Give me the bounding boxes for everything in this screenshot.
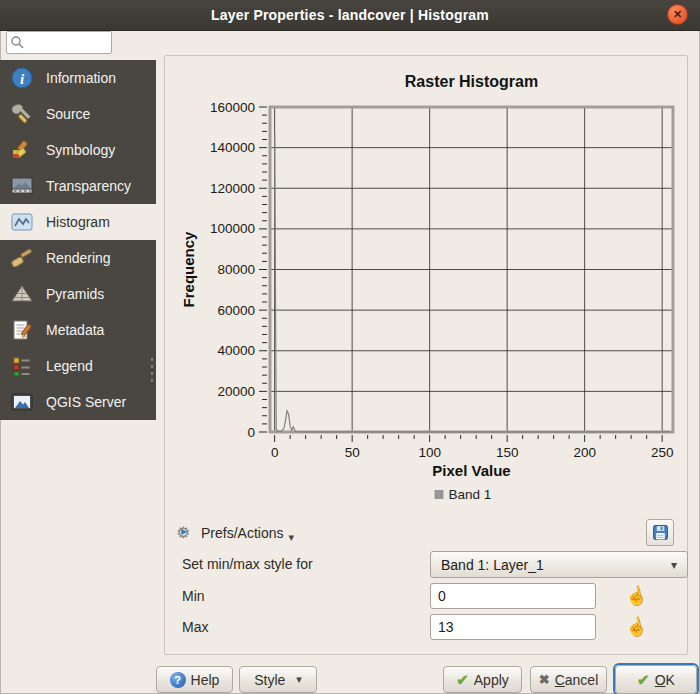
close-button[interactable]: ✕ xyxy=(667,4,688,25)
prefs-actions-button[interactable]: ⚙ ▶ Prefs/Actions ▾ xyxy=(176,521,294,545)
raster-histogram-chart: 0501001502002500200004000060000800001000… xyxy=(170,95,686,507)
chevron-down-icon: ▾ xyxy=(671,558,677,572)
titlebar[interactable]: Layer Properties - landcover | Histogram… xyxy=(0,0,700,31)
sidebar-search xyxy=(6,31,112,54)
x-tick-label: 50 xyxy=(345,445,360,460)
y-tick-label: 40000 xyxy=(217,343,255,358)
transparency-icon xyxy=(10,174,34,198)
legend-label: Band 1 xyxy=(449,487,492,502)
sidebar-item-histogram[interactable]: Histogram xyxy=(0,204,156,240)
sidebar-item-label: Legend xyxy=(46,358,93,374)
window-title: Layer Properties - landcover | Histogram xyxy=(211,7,489,23)
play-icon: ▶ xyxy=(181,527,187,536)
brush-icon xyxy=(10,246,34,270)
chart-title: Raster Histogram xyxy=(270,73,673,91)
metadata-icon xyxy=(10,318,34,342)
x-tick-label: 200 xyxy=(573,445,596,460)
chevron-down-icon: ▾ xyxy=(296,673,302,686)
x-icon: ✖ xyxy=(539,672,550,687)
sidebar-item-label: Source xyxy=(46,106,90,122)
band-select[interactable]: Band 1: Layer_1 ▾ xyxy=(430,551,688,578)
y-tick-label: 120000 xyxy=(210,181,255,196)
sidebar-item-label: Rendering xyxy=(46,250,111,266)
help-icon: ? xyxy=(170,672,186,688)
x-tick-label: 250 xyxy=(651,445,674,460)
ok-button[interactable]: ✔ OK xyxy=(615,665,697,694)
info-icon: i xyxy=(10,66,34,90)
sidebar-item-symbology[interactable]: Symbology xyxy=(0,132,156,168)
pyramid-icon xyxy=(10,282,34,306)
legend-icon xyxy=(10,354,34,378)
histogram-line xyxy=(275,133,670,432)
sidebar-item-label: Pyramids xyxy=(46,286,104,302)
y-tick-label: 20000 xyxy=(217,384,255,399)
check-icon: ✔ xyxy=(637,671,650,689)
help-button[interactable]: ? Help xyxy=(156,666,233,693)
sidebar-item-qgis-server[interactable]: QGIS Server xyxy=(0,384,156,420)
x-tick-label: 0 xyxy=(271,445,279,460)
max-input[interactable] xyxy=(430,614,596,640)
legend-swatch xyxy=(435,490,444,499)
search-icon xyxy=(10,35,25,50)
min-label: Min xyxy=(182,588,205,604)
sidebar-item-pyramids[interactable]: Pyramids xyxy=(0,276,156,312)
check-icon: ✔ xyxy=(456,671,469,689)
sidebar-item-label: Information xyxy=(46,70,116,86)
y-tick-label: 100000 xyxy=(210,221,255,236)
sidebar-item-label: Transparency xyxy=(46,178,131,194)
sidebar-item-label: Symbology xyxy=(46,142,115,158)
y-tick-label: 140000 xyxy=(210,140,255,155)
sidebar-item-rendering[interactable]: Rendering xyxy=(0,240,156,276)
sidebar-item-source[interactable]: Source xyxy=(0,96,156,132)
y-tick-label: 0 xyxy=(247,425,255,440)
prefs-actions-label: Prefs/Actions xyxy=(201,525,283,541)
paintbrush-icon xyxy=(10,138,34,162)
y-tick-label: 160000 xyxy=(210,100,255,115)
pick-min-hand-icon[interactable]: ☝ xyxy=(623,582,650,610)
min-input[interactable] xyxy=(430,583,596,609)
y-tick-label: 60000 xyxy=(217,303,255,318)
action-gear-icon: ⚙ ▶ xyxy=(176,524,194,542)
pick-max-hand-icon[interactable]: ☝ xyxy=(623,613,650,641)
sidebar-item-metadata[interactable]: Metadata xyxy=(0,312,156,348)
set-minmax-label: Set min/max style for xyxy=(182,556,313,572)
wrench-icon xyxy=(10,102,34,126)
x-tick-label: 150 xyxy=(496,445,519,460)
sidebar: i Information Source Symbology Transpare… xyxy=(0,60,156,420)
histogram-icon xyxy=(10,210,34,234)
qgis-server-icon xyxy=(10,390,34,414)
sidebar-item-label: QGIS Server xyxy=(46,394,126,410)
y-tick-label: 80000 xyxy=(217,262,255,277)
sidebar-item-transparency[interactable]: Transparency xyxy=(0,168,156,204)
x-axis-label: Pixel Value xyxy=(432,462,510,479)
close-icon: ✕ xyxy=(673,8,682,21)
style-button[interactable]: Style ▾ xyxy=(239,666,317,693)
sidebar-item-label: Metadata xyxy=(46,322,104,338)
y-axis-label: Frequency xyxy=(180,231,197,308)
cancel-button[interactable]: ✖ Cancel xyxy=(530,666,607,693)
save-icon xyxy=(652,524,669,541)
sidebar-item-information[interactable]: i Information xyxy=(0,60,156,96)
save-plot-button[interactable] xyxy=(646,519,674,546)
chevron-down-icon: ▾ xyxy=(288,531,294,544)
sidebar-item-legend[interactable]: Legend xyxy=(0,348,156,384)
search-input[interactable] xyxy=(27,33,113,54)
apply-button[interactable]: ✔ Apply xyxy=(443,666,522,693)
sidebar-item-label: Histogram xyxy=(46,214,110,230)
max-label: Max xyxy=(182,619,208,635)
x-tick-label: 100 xyxy=(418,445,441,460)
splitter-handle[interactable] xyxy=(150,356,154,382)
band-select-value: Band 1: Layer_1 xyxy=(441,557,671,573)
